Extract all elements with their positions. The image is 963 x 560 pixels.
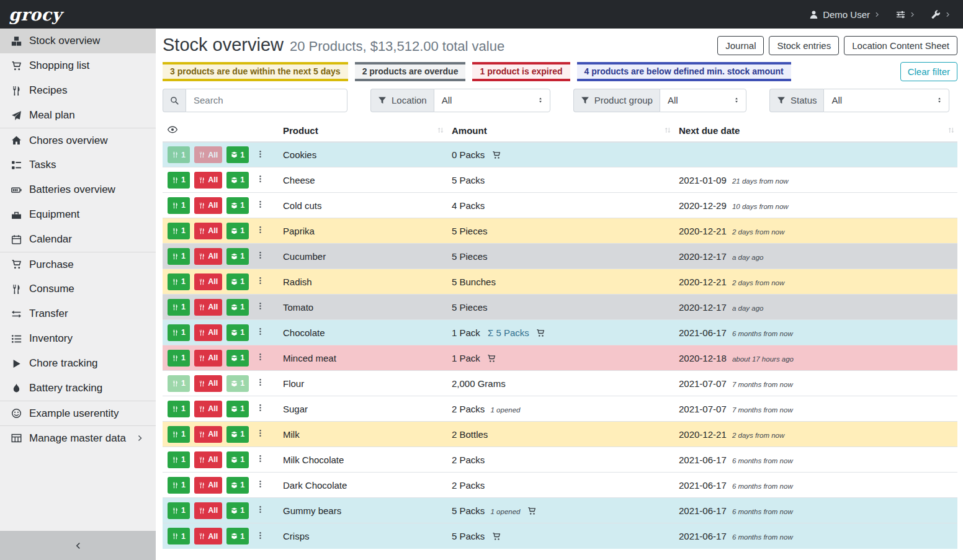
product-name[interactable]: Paprika — [283, 226, 315, 236]
row-menu-button[interactable] — [254, 149, 266, 161]
product-name[interactable]: Radish — [283, 277, 312, 287]
sidebar-item-transfer[interactable]: Transfer — [0, 301, 156, 326]
consume-one-button[interactable]: 1 — [168, 248, 190, 265]
row-menu-button[interactable] — [254, 301, 266, 313]
search-input[interactable] — [186, 89, 347, 112]
consume-all-button[interactable]: All — [194, 172, 222, 189]
consume-one-button[interactable]: 1 — [168, 324, 190, 341]
open-one-button[interactable]: 1 — [226, 451, 249, 468]
consume-all-button[interactable]: All — [194, 248, 222, 265]
sidebar-item-batteries-overview[interactable]: Batteries overview — [0, 177, 156, 202]
consume-one-button[interactable]: 1 — [168, 451, 190, 468]
consume-all-button[interactable]: All — [194, 223, 222, 239]
open-one-button[interactable]: 1 — [226, 426, 249, 443]
sidebar-item-inventory[interactable]: Inventory — [0, 326, 156, 351]
row-menu-button[interactable] — [254, 352, 266, 364]
consume-all-button[interactable]: All — [194, 375, 222, 392]
row-menu-button[interactable] — [254, 326, 266, 339]
product-name[interactable]: Sugar — [283, 404, 308, 414]
sidebar-item-purchase[interactable]: Purchase — [0, 252, 156, 277]
column-header-visibility[interactable] — [163, 120, 278, 142]
open-one-button[interactable]: 1 — [226, 477, 249, 494]
product-name[interactable]: Cookies — [283, 149, 316, 160]
open-one-button[interactable]: 1 — [226, 146, 249, 163]
row-menu-button[interactable] — [254, 402, 266, 415]
product-name[interactable]: Dark Chocolate — [283, 480, 347, 491]
row-menu-button[interactable] — [254, 377, 266, 389]
open-one-button[interactable]: 1 — [226, 197, 249, 214]
consume-one-button[interactable]: 1 — [168, 528, 190, 544]
open-one-button[interactable]: 1 — [226, 350, 249, 367]
consume-all-button[interactable]: All — [194, 273, 222, 290]
sidebar-item-recipes[interactable]: Recipes — [0, 78, 156, 103]
location-select[interactable]: All — [434, 89, 550, 112]
consume-one-button[interactable]: 1 — [168, 502, 190, 519]
consume-one-button[interactable]: 1 — [168, 197, 190, 214]
row-menu-button[interactable] — [254, 504, 266, 517]
sidebar-item-chore-tracking[interactable]: Chore tracking — [0, 351, 156, 376]
consume-all-button[interactable]: All — [194, 502, 222, 519]
open-one-button[interactable]: 1 — [226, 401, 249, 417]
sidebar-item-battery-tracking[interactable]: Battery tracking — [0, 376, 156, 401]
product-name[interactable]: Chocolate — [283, 327, 325, 338]
product-name[interactable]: Cold cuts — [283, 200, 322, 211]
consume-one-button[interactable]: 1 — [168, 426, 190, 443]
status-filter-banner[interactable]: 4 products are below defined min. stock … — [577, 62, 791, 81]
row-menu-button[interactable] — [254, 199, 266, 211]
product-name[interactable]: Flour — [283, 378, 304, 389]
row-menu-button[interactable] — [254, 479, 266, 491]
sidebar-item-tasks[interactable]: Tasks — [0, 153, 156, 177]
product-name[interactable]: Minced meat — [283, 353, 336, 363]
consume-all-button[interactable]: All — [194, 299, 222, 316]
consume-all-button[interactable]: All — [194, 426, 222, 443]
product-name[interactable]: Cucumber — [283, 251, 326, 262]
sidebar-item-stock-overview[interactable]: Stock overview — [0, 29, 156, 53]
product-name[interactable]: Milk Chocolate — [283, 455, 344, 465]
status-filter-banner[interactable]: 3 products are due within the next 5 day… — [163, 62, 348, 81]
settings-menu[interactable] — [896, 10, 915, 19]
consume-one-button[interactable]: 1 — [168, 477, 190, 494]
consume-one-button[interactable]: 1 — [168, 273, 190, 290]
product-name[interactable]: Cheese — [283, 175, 315, 185]
sidebar-item-chores-overview[interactable]: Chores overview — [0, 128, 156, 153]
open-one-button[interactable]: 1 — [226, 223, 249, 239]
consume-all-button[interactable]: All — [194, 451, 222, 468]
column-header-product[interactable]: Product — [278, 120, 447, 142]
open-one-button[interactable]: 1 — [226, 273, 249, 290]
product-name[interactable]: Gummy bears — [283, 505, 341, 516]
row-menu-button[interactable] — [254, 428, 266, 440]
row-menu-button[interactable] — [254, 453, 266, 466]
consume-one-button[interactable]: 1 — [168, 299, 190, 316]
consume-one-button[interactable]: 1 — [168, 375, 190, 392]
consume-one-button[interactable]: 1 — [168, 401, 190, 417]
open-one-button[interactable]: 1 — [226, 248, 249, 265]
open-one-button[interactable]: 1 — [226, 324, 249, 341]
consume-one-button[interactable]: 1 — [168, 223, 190, 239]
sidebar-item-meal-plan[interactable]: Meal plan — [0, 103, 156, 128]
open-one-button[interactable]: 1 — [226, 502, 249, 519]
consume-all-button[interactable]: All — [194, 350, 222, 367]
admin-menu[interactable] — [931, 10, 951, 19]
consume-all-button[interactable]: All — [194, 324, 222, 341]
status-filter-banner[interactable]: 2 products are overdue — [355, 62, 466, 81]
row-menu-button[interactable] — [254, 174, 266, 186]
sidebar-item-consume[interactable]: Consume — [0, 277, 156, 301]
sidebar-collapse-button[interactable] — [0, 531, 156, 560]
status-select[interactable]: All — [823, 89, 949, 112]
sidebar-item-equipment[interactable]: Equipment — [0, 202, 156, 227]
consume-one-button[interactable]: 1 — [168, 146, 190, 163]
column-header-next-due-date[interactable]: Next due date — [674, 120, 957, 142]
clear-filter-button[interactable]: Clear filter — [900, 62, 957, 81]
row-menu-button[interactable] — [254, 224, 266, 237]
row-menu-button[interactable] — [254, 250, 266, 262]
user-menu[interactable]: Demo User — [809, 9, 880, 20]
column-header-amount[interactable]: Amount — [447, 120, 674, 142]
open-one-button[interactable]: 1 — [226, 172, 249, 189]
consume-all-button[interactable]: All — [194, 477, 222, 494]
product-name[interactable]: Milk — [283, 429, 300, 440]
sidebar-item-manage-master-data[interactable]: Manage master data — [0, 425, 156, 450]
location-content-sheet-button[interactable]: Location Content Sheet — [844, 36, 957, 55]
sidebar-item-shopping-list[interactable]: Shopping list — [0, 53, 156, 78]
row-menu-button[interactable] — [254, 530, 266, 543]
app-logo[interactable]: grocy — [9, 6, 62, 23]
